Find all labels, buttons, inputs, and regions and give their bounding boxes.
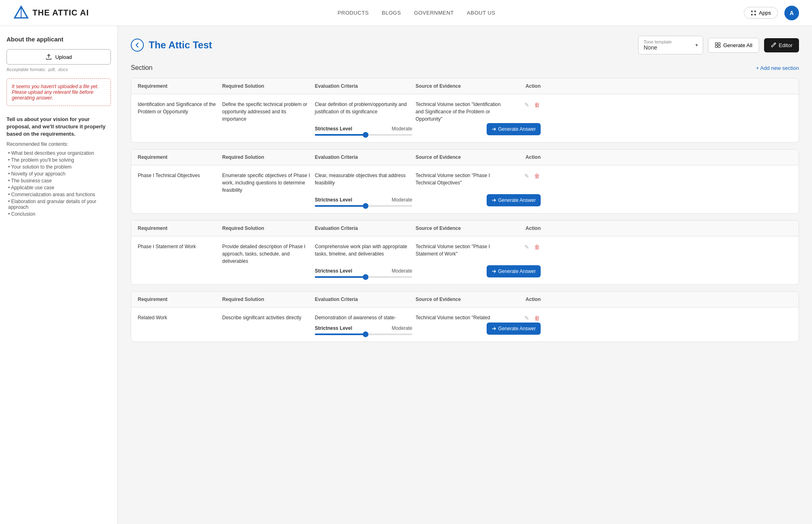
strictness-value: Moderate <box>392 197 412 203</box>
delete-button[interactable]: 🗑 <box>533 101 541 109</box>
generate-answer-button[interactable]: Generate Answer <box>487 323 541 335</box>
upload-hint: Acceptable formats: .pdf, .docx <box>6 67 111 72</box>
brand-name: THE ATTIC AI <box>32 8 89 17</box>
bottom-area: Strictness Level Moderate Generate Answe… <box>131 265 799 284</box>
section-label: Section <box>131 64 152 71</box>
table-header: Requirement Required Solution Evaluation… <box>131 221 799 236</box>
slider-thumb[interactable] <box>363 331 368 337</box>
table-row: Related Work Describe significant activi… <box>131 307 799 322</box>
back-button[interactable] <box>131 39 144 52</box>
editor-button[interactable]: Editor <box>764 38 799 52</box>
cell-requirement: Related Work <box>138 314 219 321</box>
svg-rect-5 <box>751 14 753 15</box>
edit-icon: ✎ <box>524 315 529 321</box>
table-card: Requirement Required Solution Evaluation… <box>131 220 799 285</box>
delete-icon: 🗑 <box>534 102 540 108</box>
svg-rect-9 <box>715 45 717 48</box>
delete-button[interactable]: 🗑 <box>533 314 541 322</box>
cell-evaluation-criteria: Comprehensive work plan with appropriate… <box>315 243 412 258</box>
edit-button[interactable]: ✎ <box>524 314 530 322</box>
bottom-area: Strictness Level Moderate Generate Answe… <box>131 123 799 142</box>
cell-evaluation-criteria: Clear definition of problem/opportunity … <box>315 101 412 115</box>
main-content: The Attic Test Tone template None ▾ <box>118 26 812 524</box>
upload-warning: It seems you haven't uploaded a file yet… <box>6 78 111 106</box>
generate-area: Generate Answer <box>416 123 541 135</box>
edit-icon: ✎ <box>524 244 529 250</box>
list-item: • Commercialization areas and functions <box>8 192 111 197</box>
list-item: • What best describes your organization <box>8 150 111 156</box>
table-header: Requirement Required Solution Evaluation… <box>131 149 799 165</box>
cell-requirement: Identification and Significance of the P… <box>138 101 219 115</box>
svg-rect-10 <box>718 45 720 48</box>
nav-about-us[interactable]: ABOUT US <box>467 10 495 16</box>
strictness-value: Moderate <box>392 268 412 274</box>
generate-answer-button[interactable]: Generate Answer <box>487 123 541 135</box>
strictness-label: Strictness Level <box>315 197 352 203</box>
col-evaluation-criteria: Evaluation Criteria <box>315 83 412 89</box>
apps-button[interactable]: Apps <box>744 7 778 19</box>
strictness-slider[interactable] <box>315 276 412 278</box>
section-header: Section + Add new section <box>131 64 799 71</box>
cell-required-solution: Enumerate specific objectives of Phase I… <box>222 172 312 194</box>
strictness-label: Strictness Level <box>315 325 352 331</box>
header-row: The Attic Test Tone template None ▾ <box>131 36 799 54</box>
user-avatar[interactable]: A <box>784 6 799 20</box>
tone-template-select[interactable]: Tone template None ▾ <box>638 36 703 54</box>
strictness-slider[interactable] <box>315 134 412 136</box>
delete-button[interactable]: 🗑 <box>533 172 541 180</box>
sidebar: About the applicant Upload Acceptable fo… <box>0 26 118 524</box>
cell-required-solution: Describe significant activities directly <box>222 314 312 321</box>
svg-rect-7 <box>715 43 717 45</box>
generate-answer-button[interactable]: Generate Answer <box>487 265 541 277</box>
edit-button[interactable]: ✎ <box>524 243 530 251</box>
generate-all-button[interactable]: Generate All <box>708 38 759 53</box>
upload-button[interactable]: Upload <box>6 49 111 65</box>
table-card: Requirement Required Solution Evaluation… <box>131 78 799 143</box>
cell-required-solution: Provide detailed description of Phase I … <box>222 243 312 265</box>
strictness-section: Strictness Level Moderate <box>315 123 412 136</box>
nav-links: PRODUCTS BLOGS GOVERNMENT ABOUT US <box>338 10 496 16</box>
cell-actions: ✎ 🗑 <box>508 243 541 251</box>
strictness-slider[interactable] <box>315 205 412 207</box>
generate-all-icon <box>715 42 721 48</box>
strictness-section: Strictness Level Moderate <box>315 194 412 207</box>
generate-answer-button[interactable]: Generate Answer <box>487 194 541 206</box>
slider-track <box>315 134 412 136</box>
cell-source-of-evidence: Technical Volume section "Phase I Techni… <box>416 172 505 186</box>
slider-thumb[interactable] <box>363 203 368 209</box>
strictness-slider[interactable] <box>315 333 412 335</box>
col-source-of-evidence: Source of Evidence <box>416 83 505 89</box>
delete-icon: 🗑 <box>534 244 540 250</box>
nav-government[interactable]: GOVERNMENT <box>414 10 454 16</box>
edit-button[interactable]: ✎ <box>524 172 530 180</box>
col-evaluation-criteria: Evaluation Criteria <box>315 154 412 160</box>
cell-evaluation-criteria: Clear, measurable objectives that addres… <box>315 172 412 186</box>
table-card: Requirement Required Solution Evaluation… <box>131 149 799 214</box>
chevron-down-icon: ▾ <box>695 42 698 48</box>
table-card: Requirement Required Solution Evaluation… <box>131 291 799 342</box>
col-source-of-evidence: Source of Evidence <box>416 225 505 231</box>
svg-rect-3 <box>751 11 753 12</box>
recommended-label: Recommended file contents: <box>6 141 111 147</box>
slider-thumb[interactable] <box>363 132 368 138</box>
slider-track <box>315 276 412 278</box>
vision-title: Tell us about your vision for your propo… <box>6 116 111 138</box>
generate-answer-icon <box>492 269 496 274</box>
cell-source-of-evidence: Technical Volume section "Phase I Statem… <box>416 243 505 258</box>
slider-thumb[interactable] <box>363 274 368 280</box>
slider-track <box>315 205 412 207</box>
vision-section: Tell us about your vision for your propo… <box>6 116 111 217</box>
upload-icon <box>45 54 52 60</box>
svg-rect-8 <box>718 43 720 45</box>
generate-answer-icon <box>492 198 496 203</box>
strictness-label: Strictness Level <box>315 268 352 274</box>
add-section-link[interactable]: + Add new section <box>756 65 799 71</box>
slider-fill <box>315 333 366 335</box>
nav-blogs[interactable]: BLOGS <box>382 10 401 16</box>
cell-actions: ✎ 🗑 <box>508 314 541 322</box>
delete-button[interactable]: 🗑 <box>533 243 541 251</box>
nav-products[interactable]: PRODUCTS <box>338 10 369 16</box>
strictness-value: Moderate <box>392 325 412 331</box>
edit-button[interactable]: ✎ <box>524 101 530 109</box>
table-row: Phase I Statement of Work Provide detail… <box>131 236 799 265</box>
